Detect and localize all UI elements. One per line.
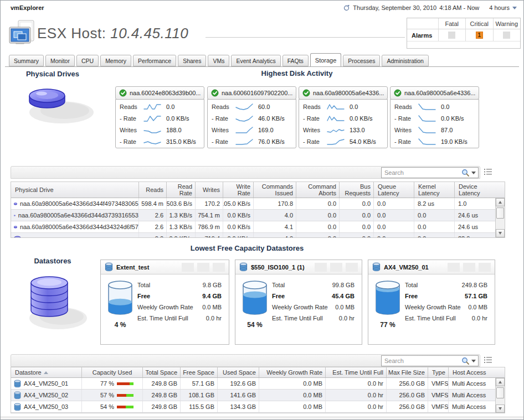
col-header-max-file-size[interactable]: Max File Size [386,367,428,377]
datastore-card-header[interactable]: Extent_test [101,260,229,274]
metric-label: Writes [303,127,326,133]
datastore-card-body: 54 % Total99.8 GB Free45.4 GB Weekly Gro… [235,274,362,344]
drive-table-row[interactable]: naa.60a980005a6e43366d344d34324d6f57 2.6… [11,221,495,233]
datastore-small-icon [105,262,113,272]
cell-capacity-used: 77 % [81,378,142,389]
search-icon[interactable] [461,357,470,365]
app-brand: vmExplorer [11,4,44,11]
critical-count-badge[interactable]: 1 [476,32,483,39]
tab-vms[interactable]: VMs [208,55,229,66]
search-input[interactable] [382,169,461,176]
table-customizer-icon[interactable] [484,356,492,364]
col-header-device-latency[interactable]: Device Latency [454,182,495,198]
tab-memory[interactable]: Memory [100,55,131,66]
vmexplorer-dashboard: vmExplorer Thursday, September 30, 2010 … [0,0,524,420]
tab-monitor[interactable]: Monitor [45,55,75,66]
scroll-thumb[interactable] [496,387,504,398]
datastore-table-scrollbar[interactable] [495,378,505,413]
sparkline [143,126,162,134]
tab-event-analytics[interactable]: Event Analytics [231,55,280,66]
datastore-name: AX4_VM250_01 [384,264,444,271]
fatal-count-badge[interactable] [448,32,455,39]
col-header-writes[interactable]: Writes [195,182,223,198]
drive-card: naa.60a980005a6e4336... Reads 0.0 - Rate… [299,86,388,148]
col-header-kernel-latency[interactable]: Kernel Latency [414,182,454,198]
status-ok-icon [302,89,310,97]
scroll-down-button[interactable] [496,229,505,237]
datastore-table-row[interactable]: AX4_VM250_03 54 % 249.8 GB 115.5 GB 134.… [11,401,495,413]
cell-type: VMFS [428,390,448,401]
col-header-queue-latency[interactable]: Queue Latency [373,182,414,198]
metric-label: Reads [212,103,235,110]
tab-cpu[interactable]: CPU [76,55,99,66]
drive-card: naa.60024e8063d39b00... Reads 0.0 - Rate… [115,86,204,148]
drive-table-scrollbar[interactable] [495,198,505,237]
stat-value: 0.0 MB [202,304,222,310]
table-customizer-icon[interactable] [484,168,492,176]
cell-bus-requests: 0.0 [339,233,373,237]
drive-card-header[interactable]: naa.60024e8063d39b00... [115,86,204,100]
cell-est-time-until-full: 0.0 hr [325,378,386,389]
col-header-write-rate[interactable]: Write Rate [223,182,253,198]
datastore-table-row[interactable]: AX4_VM250_01 77 % 249.8 GB 57.1 GB 192.6… [11,378,495,390]
sort-ascending-icon [44,371,48,374]
col-header-datastore[interactable]: Datastore [11,367,81,377]
col-header-reads[interactable]: Reads [138,182,166,198]
scroll-down-button[interactable] [496,405,505,413]
tab-faqts[interactable]: FAQts [282,55,309,66]
scroll-up-button[interactable] [496,378,505,386]
datastore-row-name: AX4_VM250_03 [24,403,68,410]
stat-value: 0.0 hr [339,315,355,322]
col-header-total-space[interactable]: Total Space [142,367,180,377]
metric-value: 76.0 KB/s [258,138,285,145]
col-header-free-space[interactable]: Free Space [180,367,217,377]
time-range-selector[interactable]: Thursday, September 30, 2010 4:18 AM - N… [343,4,517,11]
drive-card-header[interactable]: naa.60a980005a6e4336... [299,86,388,100]
cell-write-rate: 0.0 KB/s [223,233,253,237]
tab-summary[interactable]: Summary [9,55,44,66]
warning-count-badge[interactable] [503,32,510,39]
tab-administration[interactable]: Administration [382,55,429,66]
datastore-card-header[interactable]: AX4_VM250_01 [368,260,495,274]
tab-storage[interactable]: Storage [310,53,342,66]
datastore-table-row[interactable]: AX4_VM250_02 57 % 249.8 GB 108.1 GB 141.… [11,390,495,401]
cell-read-rate: 1.3 KB/s [166,210,195,221]
search-icon[interactable] [461,169,470,177]
metric-label: - Rate [303,138,326,145]
col-header-type[interactable]: Type [428,367,448,377]
col-header-est-time-until-full[interactable]: Est. Time Until Full [325,367,386,377]
search-options-icon[interactable] [471,172,476,174]
datastore-table-search[interactable] [381,355,479,366]
col-header-capacity-used[interactable]: Capacity Used [81,367,142,377]
metric-value: 60.0 [258,103,270,110]
datastore-icon [17,272,92,334]
col-header-host-access[interactable]: Host Access [448,367,495,377]
drive-card-header[interactable]: naa.6006016097902200... [207,86,296,100]
drive-card-header[interactable]: naa.60a980005a6e4336... [390,86,479,100]
metric-value: 0.0 [441,103,449,110]
col-header-physical-drive[interactable]: Physical Drive [11,182,138,198]
col-header-weekly-growth-rate[interactable]: Weekly Growth Rate [259,367,325,377]
cell-command-aborts: 0.0 [296,221,339,232]
col-header-commands-issued[interactable]: Commands Issued [253,182,296,198]
tab-shares[interactable]: Shares [178,55,206,66]
drive-table-row[interactable]: naa.60a980005a6e43366d344d3739316553 2.6… [11,210,495,221]
col-header-read-rate[interactable]: Read Rate [166,182,195,198]
tab-processes[interactable]: Processes [343,55,380,66]
datastore-card-header[interactable]: $550_ISO100_1 (1) [235,260,362,274]
search-input[interactable] [382,357,461,364]
drive-table-row-clipped[interactable]: 0.0 0.0 KB/s 719.4 0.0 KB/s 4.0 0.0 0.0 … [11,233,495,237]
drive-table-row[interactable]: naa.60a980005a6e43366d344f4973483065 598… [11,198,495,210]
col-header-used-space[interactable]: Used Space [217,367,259,377]
esx-host-icon [9,20,35,46]
timerange-dropdown-icon[interactable] [512,7,517,9]
search-options-icon[interactable] [471,360,476,362]
scroll-thumb[interactable] [496,208,504,219]
col-header-bus-requests[interactable]: Bus Requests [339,182,373,198]
col-header-command-aborts[interactable]: Command Aborts [296,182,339,198]
scroll-up-button[interactable] [496,198,505,206]
drive-table-search[interactable] [381,167,479,178]
tab-performance[interactable]: Performance [133,55,176,66]
stat-value: 0.0 hr [206,315,222,322]
cell-type: VMFS [428,378,448,389]
